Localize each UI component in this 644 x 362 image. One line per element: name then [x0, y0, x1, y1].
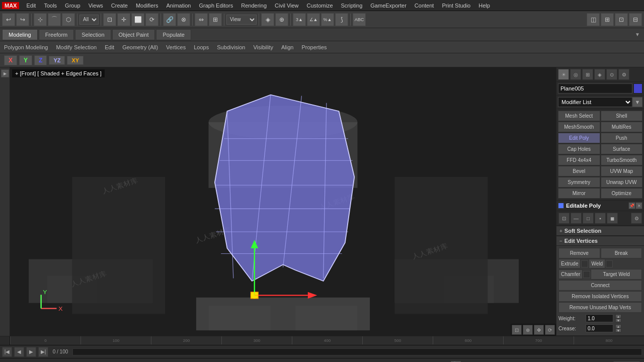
- menu-create[interactable]: Create: [107, 2, 132, 10]
- timeline-prev-frame[interactable]: ◀: [14, 347, 24, 357]
- editable-poly-close[interactable]: ✕: [635, 202, 642, 209]
- crease-up[interactable]: ▲: [615, 324, 621, 328]
- modifier-dropdown-button[interactable]: ▼: [632, 97, 642, 107]
- crease-input[interactable]: [586, 324, 613, 332]
- curve-button[interactable]: ⊕: [275, 13, 288, 26]
- object-color-box[interactable]: [633, 83, 642, 94]
- redo-button[interactable]: ↪: [16, 13, 29, 26]
- zoom-button[interactable]: ⊕: [523, 325, 533, 335]
- menu-rendering[interactable]: Rendering: [237, 2, 271, 10]
- ribbon-edit[interactable]: Edit: [105, 44, 114, 50]
- panel-icon-display[interactable]: ☀: [558, 69, 569, 80]
- mod-cap-holes[interactable]: Cap Holes: [558, 144, 600, 154]
- tab-object-paint[interactable]: Object Paint: [112, 29, 155, 40]
- timeline-next-frame[interactable]: ▶|: [38, 347, 48, 357]
- ep-mode-polygon[interactable]: ▪: [595, 213, 606, 224]
- menu-views[interactable]: Views: [85, 2, 107, 10]
- menu-edit[interactable]: Edit: [22, 2, 40, 10]
- weight-input[interactable]: [586, 314, 613, 322]
- menu-scripting[interactable]: Scripting: [337, 2, 367, 10]
- align-button[interactable]: ⊞: [209, 13, 222, 26]
- panel-icon-shapes[interactable]: ◎: [570, 69, 581, 80]
- ep-mode-border[interactable]: □: [583, 213, 594, 224]
- panel-icon-motion[interactable]: ◈: [594, 69, 605, 80]
- selection-filter-select[interactable]: All: [79, 15, 99, 25]
- paint-button[interactable]: ⬡: [62, 13, 75, 26]
- chamfer-settings-button[interactable]: [583, 271, 590, 278]
- zoom-extents-button[interactable]: ⊡: [512, 325, 522, 335]
- tab-menu-icon[interactable]: ▼: [633, 30, 642, 39]
- target-weld-button[interactable]: Target Weld: [591, 269, 642, 280]
- menu-content[interactable]: Content: [411, 2, 438, 10]
- axis-z-button[interactable]: Z: [34, 55, 47, 65]
- panel-icon-hierarchy[interactable]: ⊞: [582, 69, 593, 80]
- menu-animation[interactable]: Animation: [163, 2, 195, 10]
- move-button[interactable]: ✛: [117, 13, 130, 26]
- mod-mirror[interactable]: Mirror: [558, 188, 600, 199]
- panel-icon-display2[interactable]: ⊙: [606, 69, 617, 80]
- mod-optimize[interactable]: Optimize: [601, 188, 643, 199]
- extra-3[interactable]: ⊡: [615, 13, 628, 26]
- ep-settings[interactable]: ⚙: [631, 213, 642, 224]
- ribbon-geometry[interactable]: Geometry (All): [122, 44, 158, 50]
- weld-button[interactable]: Weld: [589, 259, 605, 268]
- remove-unused-button[interactable]: Remove Unused Map Verts: [558, 302, 642, 313]
- ep-mode-vertex[interactable]: ⊡: [558, 213, 570, 224]
- crease-down[interactable]: ▼: [615, 328, 621, 332]
- menu-print-studio[interactable]: Print Studio: [438, 2, 474, 10]
- mod-uvwmap[interactable]: UVW Map: [601, 166, 643, 176]
- edit-vertices-header[interactable]: − Edit Vertices: [556, 236, 644, 246]
- ribbon-subdivision[interactable]: Subdivision: [217, 44, 245, 50]
- tab-populate[interactable]: Populate: [156, 29, 191, 40]
- tab-modeling[interactable]: Modeling: [2, 29, 38, 40]
- rect-sel-button[interactable]: ⬜: [131, 13, 144, 26]
- ep-mode-edge[interactable]: —: [571, 213, 582, 224]
- rotate-button[interactable]: ⟳: [145, 13, 158, 26]
- mod-turbosmooth[interactable]: TurboSmooth: [601, 155, 643, 165]
- select-button[interactable]: ⊹: [34, 13, 47, 26]
- mod-edit-poly[interactable]: Edit Poly: [558, 133, 600, 143]
- extra-4[interactable]: ⊟: [629, 13, 642, 26]
- edit-geometry-header[interactable]: − Edit Geometry: [556, 335, 644, 336]
- mod-symmetry[interactable]: Symmetry: [558, 177, 600, 188]
- orbit-button[interactable]: ⟳: [545, 325, 555, 335]
- chamfer-button[interactable]: Chamfer: [558, 269, 583, 279]
- tab-selection[interactable]: Selection: [75, 29, 111, 40]
- create-sel-button[interactable]: ABC: [353, 13, 366, 26]
- max-logo[interactable]: MAX: [2, 2, 19, 9]
- extra-1[interactable]: ◫: [587, 13, 600, 26]
- mirror-button[interactable]: ⇔: [195, 13, 208, 26]
- ribbon-polygon-modeling[interactable]: Polygon Modeling: [4, 44, 48, 50]
- menu-group[interactable]: Group: [61, 2, 85, 10]
- ribbon-align[interactable]: Align: [281, 44, 293, 50]
- mod-bevel[interactable]: Bevel: [558, 166, 600, 176]
- menu-tools[interactable]: Tools: [40, 2, 61, 10]
- axis-yz-button[interactable]: YZ: [49, 56, 65, 65]
- ribbon-loops[interactable]: Loops: [194, 44, 209, 50]
- ribbon-vertices[interactable]: Vertices: [166, 44, 186, 50]
- ep-mode-element[interactable]: ◼: [607, 213, 618, 224]
- ribbon-modify-sel[interactable]: Modify Selection: [56, 44, 97, 50]
- weight-down[interactable]: ▼: [615, 318, 621, 322]
- pan-button[interactable]: ✥: [534, 325, 544, 335]
- mod-multires[interactable]: MultiRes: [601, 122, 643, 132]
- axis-x-button[interactable]: X: [4, 55, 17, 65]
- menu-civil-view[interactable]: Civil View: [271, 2, 302, 10]
- object-name-input[interactable]: [558, 83, 632, 94]
- menu-modifiers[interactable]: Modifiers: [132, 2, 163, 10]
- mod-surface[interactable]: Surface: [601, 144, 643, 154]
- connect-button[interactable]: Connect: [558, 280, 642, 291]
- menu-customize[interactable]: Customize: [303, 2, 337, 10]
- viewport[interactable]: + [Front] [ Shaded + Edged Faces ] FRONT: [10, 67, 556, 336]
- weight-up[interactable]: ▲: [615, 314, 621, 318]
- tab-freeform[interactable]: Freeform: [39, 29, 74, 40]
- extrude-button[interactable]: Extrude: [558, 259, 581, 268]
- modifier-list-select[interactable]: Modifier List: [558, 97, 632, 107]
- panel-icon-utilities[interactable]: ⚙: [618, 69, 629, 80]
- weight-spinner[interactable]: ▲ ▼: [615, 314, 621, 322]
- link-button[interactable]: 🔗: [163, 13, 176, 26]
- extrude-settings-button[interactable]: [581, 260, 588, 267]
- remove-isolated-button[interactable]: Remove Isolated Vertices: [558, 291, 642, 302]
- 3d-snap-button[interactable]: 3▲: [293, 13, 306, 26]
- timeline-play-back[interactable]: |◀: [2, 347, 12, 357]
